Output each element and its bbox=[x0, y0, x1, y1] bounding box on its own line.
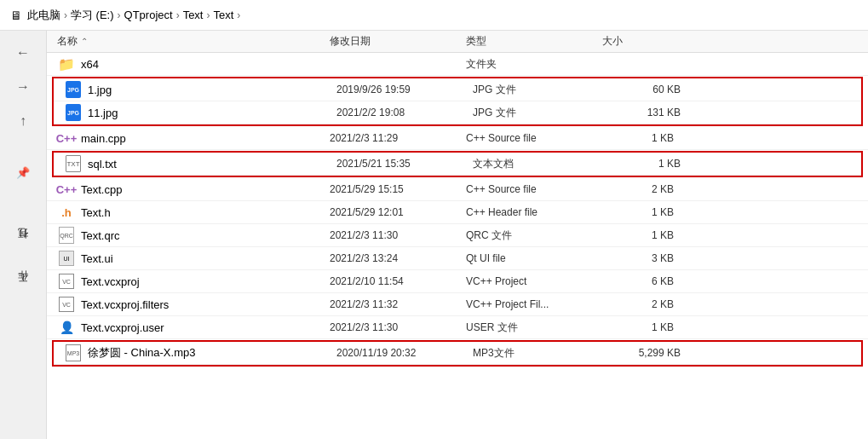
file-name: 11.jpg bbox=[88, 107, 336, 119]
table-row[interactable]: C++Text.cpp2021/5/29 15:15C++ Source fil… bbox=[47, 178, 868, 201]
work-label: 工作 bbox=[16, 288, 31, 290]
highlighted-group: JPG1.jpg2019/9/26 19:59JPG 文件60 KBJPG11.… bbox=[52, 77, 863, 126]
file-size: 1 KB bbox=[602, 229, 687, 241]
pin-icon[interactable]: 📌 bbox=[8, 157, 38, 188]
nav-back-button[interactable]: ← bbox=[8, 38, 38, 68]
file-type: USER 文件 bbox=[466, 321, 602, 335]
bc-text2[interactable]: Text bbox=[213, 9, 233, 21]
bc-text1[interactable]: Text bbox=[183, 9, 204, 21]
cpp-icon: C++ bbox=[56, 132, 78, 145]
bc-sep-4: › bbox=[206, 9, 210, 21]
sort-arrow-icon: ⌃ bbox=[81, 37, 88, 46]
file-icon-wrapper: VC bbox=[57, 273, 76, 290]
file-size: 6 KB bbox=[602, 275, 687, 287]
bc-drive[interactable]: 学习 (E:) bbox=[71, 8, 114, 23]
computer-icon: 🖥 bbox=[10, 9, 22, 22]
file-type: Qt UI file bbox=[466, 252, 602, 264]
nav-up-button[interactable]: ↑ bbox=[8, 106, 38, 136]
table-row[interactable]: MP3徐梦圆 - China-X.mp32020/11/19 20:32MP3文… bbox=[54, 342, 861, 365]
file-size: 131 KB bbox=[609, 107, 694, 118]
bc-computer[interactable]: 此电脑 bbox=[27, 8, 60, 23]
file-name: Text.h bbox=[81, 206, 330, 219]
breadcrumb-bar: 🖥 此电脑 › 学习 (E:) › QTproject › Text › Tex… bbox=[0, 0, 868, 31]
bc-sep-5: › bbox=[237, 9, 240, 21]
table-row[interactable]: JPG1.jpg2019/9/26 19:59JPG 文件60 KB bbox=[54, 78, 861, 101]
file-icon-wrapper: VC bbox=[57, 296, 76, 313]
jpg-icon: JPG bbox=[66, 81, 81, 98]
col-type-header[interactable]: 类型 bbox=[466, 34, 602, 49]
file-size: 1 KB bbox=[602, 321, 687, 333]
file-type: VC++ Project Fil... bbox=[466, 298, 602, 310]
pack-label: 打包 bbox=[16, 245, 31, 247]
file-type: C++ Header file bbox=[466, 206, 602, 218]
file-modified: 2021/2/3 11:32 bbox=[330, 298, 466, 310]
table-row[interactable]: QRCText.qrc2021/2/3 11:30QRC 文件1 KB bbox=[47, 224, 868, 247]
table-row[interactable]: C++main.cpp2021/2/3 11:29C++ Source file… bbox=[47, 127, 868, 150]
file-name: Text.vcxproj bbox=[81, 275, 330, 288]
col-name-header[interactable]: 名称 ⌃ bbox=[57, 34, 330, 49]
file-type: QRC 文件 bbox=[466, 228, 602, 243]
bc-sep-2: › bbox=[118, 9, 121, 21]
highlighted-group: MP3徐梦圆 - China-X.mp32020/11/19 20:32MP3文… bbox=[52, 340, 863, 367]
sidebar: ← → ↑ 📌 打包 工作 bbox=[0, 31, 47, 439]
nav-forward-button[interactable]: → bbox=[8, 72, 38, 102]
col-size-header[interactable]: 大小 bbox=[602, 34, 687, 49]
file-type: 文本文档 bbox=[473, 157, 609, 171]
file-icon-wrapper: QRC bbox=[57, 227, 76, 244]
jpg-icon: JPG bbox=[66, 104, 81, 121]
file-icon-wrapper: C++ bbox=[57, 181, 76, 198]
file-name: Text.vcxproj.filters bbox=[81, 298, 330, 311]
file-icon-wrapper: 📁 bbox=[57, 55, 76, 72]
table-row[interactable]: 📁x64文件夹 bbox=[47, 53, 868, 76]
table-row[interactable]: TXTsql.txt2021/5/21 15:35文本文档1 KB bbox=[54, 153, 861, 176]
file-icon-wrapper: C++ bbox=[57, 130, 76, 147]
file-type: C++ Source file bbox=[466, 132, 602, 144]
table-row[interactable]: .hText.h2021/5/29 12:01C++ Header file1 … bbox=[47, 201, 868, 224]
main-layout: ← → ↑ 📌 打包 工作 名称 ⌃ 修改日期 类型 大小 bbox=[0, 31, 868, 439]
table-row[interactable]: VCText.vcxproj2021/2/10 11:54VC++ Projec… bbox=[47, 270, 868, 293]
file-size: 2 KB bbox=[602, 298, 687, 310]
col-name-label: 名称 bbox=[57, 34, 78, 49]
file-list: 📁x64文件夹JPG1.jpg2019/9/26 19:59JPG 文件60 K… bbox=[47, 53, 868, 367]
file-name: Text.qrc bbox=[81, 229, 330, 242]
file-modified: 2021/5/29 15:15 bbox=[330, 183, 466, 195]
ui-icon: UI bbox=[59, 251, 74, 266]
file-size: 3 KB bbox=[602, 252, 687, 264]
file-name: 徐梦圆 - China-X.mp3 bbox=[88, 345, 336, 361]
file-name: x64 bbox=[81, 58, 330, 71]
column-headers: 名称 ⌃ 修改日期 类型 大小 bbox=[47, 31, 868, 53]
file-type: 文件夹 bbox=[466, 57, 602, 72]
table-row[interactable]: UIText.ui2021/2/3 13:24Qt UI file3 KB bbox=[47, 247, 868, 270]
file-icon-wrapper: JPG bbox=[64, 104, 83, 121]
file-modified: 2019/9/26 19:59 bbox=[336, 84, 473, 95]
file-type: VC++ Project bbox=[466, 275, 602, 287]
file-modified: 2021/2/3 13:24 bbox=[330, 252, 466, 264]
table-row[interactable]: VCText.vcxproj.filters2021/2/3 11:32VC++… bbox=[47, 293, 868, 316]
file-size: 5,299 KB bbox=[609, 347, 694, 359]
highlighted-group: TXTsql.txt2021/5/21 15:35文本文档1 KB bbox=[52, 151, 863, 177]
txt-icon: TXT bbox=[66, 155, 81, 172]
file-modified: 2021/5/29 12:01 bbox=[330, 206, 466, 218]
file-size: 1 KB bbox=[602, 132, 687, 144]
cpp-icon: C++ bbox=[56, 183, 78, 196]
file-modified: 2021/2/3 11:29 bbox=[330, 132, 466, 144]
file-icon-wrapper: 👤 bbox=[57, 319, 76, 336]
col-modified-header[interactable]: 修改日期 bbox=[330, 34, 466, 49]
folder-icon: 📁 bbox=[58, 56, 75, 72]
bc-sep-3: › bbox=[176, 9, 180, 21]
file-modified: 2021/2/3 11:30 bbox=[330, 229, 466, 241]
file-modified: 2021/5/21 15:35 bbox=[336, 158, 473, 170]
col-modified-label: 修改日期 bbox=[330, 35, 371, 47]
vcxproj-icon: VC bbox=[59, 274, 74, 289]
file-icon-wrapper: JPG bbox=[64, 81, 83, 98]
user-icon: 👤 bbox=[60, 321, 74, 334]
file-modified: 2020/11/19 20:32 bbox=[336, 347, 473, 359]
file-name: Text.cpp bbox=[81, 183, 330, 196]
table-row[interactable]: JPG11.jpg2021/2/2 19:08JPG 文件131 KB bbox=[54, 101, 861, 124]
mp3-icon: MP3 bbox=[66, 344, 81, 361]
table-row[interactable]: 👤Text.vcxproj.user2021/2/3 11:30USER 文件1… bbox=[47, 316, 868, 339]
file-size: 1 KB bbox=[602, 206, 687, 218]
col-type-label: 类型 bbox=[466, 35, 486, 47]
vcxproj-icon: VC bbox=[59, 297, 74, 312]
bc-qtproject[interactable]: QTproject bbox=[124, 9, 173, 21]
